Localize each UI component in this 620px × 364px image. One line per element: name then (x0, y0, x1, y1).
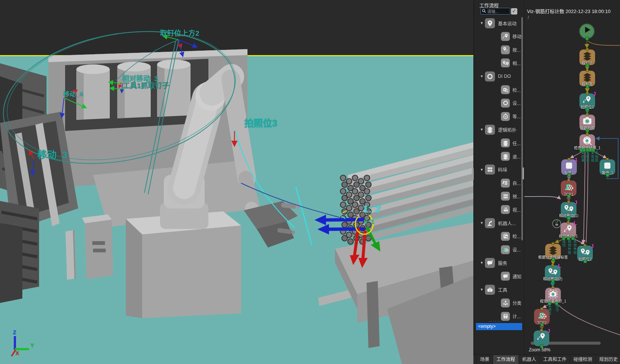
3d-viewport[interactable]: 取钉位上方2相对移动_3工具1抓取钉子移动_4拍照位3移动_31: 20: 1Z… (0, 0, 473, 364)
input-port[interactable] (586, 92, 589, 95)
chevron-down-icon[interactable]: ▼ (480, 21, 483, 25)
tree-item-移动[interactable]: 移动 (474, 31, 523, 42)
input-port[interactable] (568, 158, 571, 160)
workflow-node-钢筋拍照[interactable]: 钢筋拍照 (579, 115, 595, 130)
input-port[interactable] (584, 244, 587, 247)
start-node[interactable] (579, 23, 595, 39)
node-label: 视觉结果用尽_1 (540, 298, 566, 304)
tree-item-等[interactable]: DI等... (474, 111, 523, 122)
output-port[interactable] (585, 37, 589, 40)
input-port[interactable] (586, 69, 589, 72)
output-port[interactable] (568, 173, 571, 177)
output-port[interactable] (551, 280, 555, 283)
input-port[interactable] (541, 307, 543, 310)
workflow-node-视觉移动_1[interactable]: 视觉移动_1L (560, 223, 576, 238)
tab-规划历史[interactable]: 规划历史 (596, 355, 620, 364)
workflow-node-相对移动(1)[interactable]: 相对移动(1)J (561, 202, 576, 218)
tree-item-相[interactable]: 相... (474, 57, 523, 68)
layers-icon (485, 125, 495, 135)
robot-search-icon (501, 232, 510, 241)
chevron-down-icon[interactable]: ▼ (480, 74, 483, 78)
workflow-node-n16[interactable]: J (534, 331, 549, 346)
filter-checkbox[interactable]: ✓ (511, 8, 517, 15)
tree-item-设[interactable]: 设... (474, 244, 523, 255)
node-badge: J (593, 91, 596, 97)
output-port[interactable] (586, 85, 589, 88)
tree-item-通知[interactable]: 1通知 (474, 271, 523, 282)
input-port[interactable] (586, 133, 589, 135)
output-port[interactable] (586, 129, 589, 132)
tree-item-按[interactable]: 按... (474, 44, 523, 55)
tree-item-退[interactable]: 退... (474, 151, 523, 162)
workflow-node-检查视觉结果_1[interactable]: 检查视觉结果_1 (579, 134, 595, 150)
tree-item-任[interactable]: 任... (474, 137, 523, 149)
input-port[interactable] (552, 264, 554, 266)
workflow-node-根据分支焊接标签[interactable]: 根据分支焊接标签 (545, 244, 561, 259)
di-search-icon: DI (501, 85, 510, 94)
svg-text:DI: DI (505, 116, 506, 118)
output-port[interactable] (606, 173, 609, 177)
workflow-node-标签1[interactable]: 标签11 (561, 159, 577, 175)
tree-item-检[interactable]: 检... (474, 231, 523, 242)
output-port[interactable] (567, 195, 571, 198)
workflow-graph[interactable]: Viz-钢筋打标计数 2022-12-23 18:00:10 / (524, 0, 620, 355)
tree-category-服务[interactable]: ▼1服务 (474, 257, 523, 268)
output-port[interactable] (584, 260, 587, 263)
input-port[interactable] (586, 48, 589, 51)
tab-场景[interactable]: 场景 (476, 355, 493, 364)
tab-碰撞检测[interactable]: 碰撞检测 (570, 355, 596, 364)
node-library-tree: ▼基本运动移动按...相...▼DI DODI检...设...DI等...▼逻辑… (474, 16, 523, 321)
output-port[interactable] (540, 345, 543, 348)
tab-工作流程[interactable]: 工作流程 (493, 355, 519, 364)
tab-机器人[interactable]: 机器人 (519, 355, 540, 364)
tree-item-预[interactable]: 预... (474, 191, 523, 202)
chevron-down-icon[interactable]: ▼ (480, 288, 483, 291)
edge-condition-label: 用尽 (555, 304, 560, 312)
layers-exit-icon (501, 152, 510, 161)
workflow-node-取钉子[interactable]: 取钉子 (579, 50, 595, 65)
workflow-node-TCP1[interactable]: TCP1 (561, 181, 576, 196)
output-port[interactable] (567, 216, 571, 220)
input-port[interactable] (540, 329, 543, 332)
input-port[interactable] (552, 286, 555, 289)
output-port[interactable] (552, 258, 555, 261)
chevron-down-icon[interactable]: ▼ (480, 168, 483, 172)
panel-resize-handle[interactable]: ...... (489, 317, 501, 323)
chevron-down-icon[interactable]: ▼ (480, 221, 483, 225)
viewport-splitter-grip[interactable] (472, 168, 474, 180)
tree-category-基本运动[interactable]: ▼基本运动 (474, 17, 523, 29)
tree-category-DI DO[interactable]: ▼DI DO (474, 71, 523, 82)
search-input[interactable]: 请输... (480, 8, 510, 15)
tree-category-工具[interactable]: ▼工具 (474, 284, 523, 295)
loop-di-badge: ↺DI (552, 219, 561, 228)
workflow-node-拍照位1[interactable]: 拍照位1J (579, 93, 595, 109)
tree-category-逻辑拓扑[interactable]: ▼逻辑拓扑 (474, 124, 523, 135)
empty-selection-bar[interactable]: <empty> (476, 323, 522, 330)
tree-item-检[interactable]: DI检... (474, 84, 523, 95)
input-port[interactable] (567, 221, 570, 224)
tree-category-码垛[interactable]: ▼码垛 (474, 164, 523, 175)
tree-item-label: 计... (512, 313, 521, 319)
input-port[interactable] (586, 113, 589, 116)
input-port[interactable] (568, 179, 570, 182)
workflow-node-取标签[interactable]: 取标签 (579, 71, 595, 86)
workflow-node-拍照位2[interactable]: 拍照位2J (577, 246, 593, 261)
output-port[interactable] (540, 323, 544, 326)
output-port[interactable] (586, 108, 589, 111)
workflow-node-视觉结果用尽_1[interactable]: 视觉结果用尽_1 (545, 288, 561, 303)
chevron-down-icon[interactable]: ▼ (480, 261, 483, 265)
output-port[interactable] (586, 64, 589, 67)
tab-工具和工件[interactable]: 工具和工件 (540, 355, 571, 364)
tree-scrollbar[interactable] (521, 17, 523, 240)
tree-item-视[interactable]: 视... (474, 204, 523, 215)
tree-item-设[interactable]: 设... (474, 98, 523, 109)
input-port[interactable] (568, 201, 570, 203)
tree-item-自[interactable]: 自... (474, 178, 523, 189)
input-port[interactable] (606, 158, 609, 160)
tree-category-机器人...[interactable]: ▼机器人... (474, 217, 523, 229)
input-port[interactable] (552, 242, 555, 245)
workflow-node-相对移动(2)[interactable]: 相对移动(2)L (545, 265, 560, 281)
chevron-down-icon[interactable]: ▼ (480, 128, 483, 131)
workflow-node-等待_1[interactable]: 等待_1 (600, 159, 615, 175)
tree-item-分类[interactable]: 分类 (474, 297, 523, 309)
